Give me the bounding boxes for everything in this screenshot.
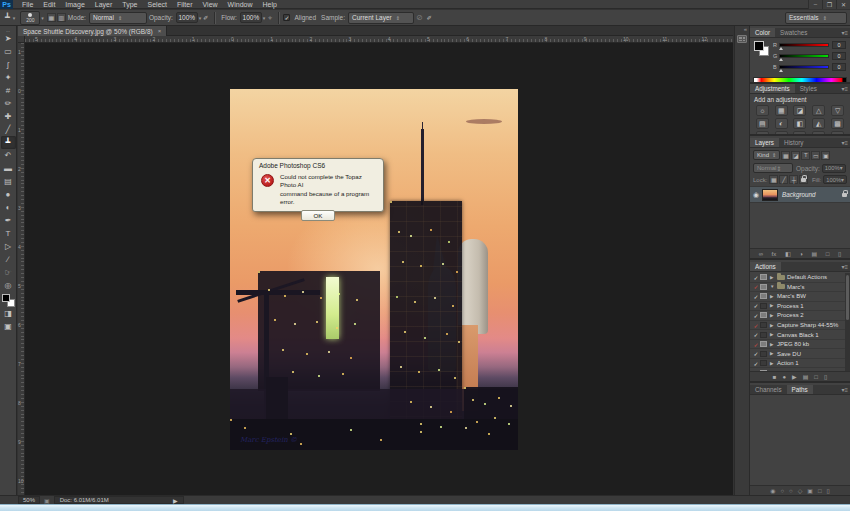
channel-mixer-icon[interactable]: ▩ [831,118,844,129]
action-include-check-icon[interactable]: ✓ [752,302,760,309]
action-dialog-toggle-icon[interactable] [760,360,767,366]
vertical-ruler[interactable]: 1012345678910 [18,43,25,495]
pressure-opacity-icon[interactable]: ✐ [203,14,208,21]
layer-thumbnail[interactable] [762,189,778,201]
action-name[interactable]: Canvas Black 1 [777,332,819,338]
aligned-checkbox[interactable]: ✓ [283,14,290,21]
toggle-clone-source-panel-icon[interactable]: ▥ [57,13,66,22]
ok-button[interactable]: OK [301,210,335,221]
layer-visibility-eye-icon[interactable]: ◉ [753,191,762,199]
mode-dropdown[interactable]: Normal ⇕ [89,12,147,24]
dodge-tool[interactable]: ◐ [1,201,16,214]
pen-tool[interactable]: ✒ [1,214,16,227]
new-action-icon[interactable]: □ [814,374,818,380]
color-spectrum-ramp[interactable] [753,77,847,84]
eyedropper-tool[interactable]: ✏ [1,97,16,110]
new-layer-icon[interactable]: □ [826,251,830,257]
delete-layer-icon[interactable]: ▯ [838,250,841,257]
blend-mode-dropdown[interactable]: Normal ⇕ [753,163,793,173]
action-include-check-icon[interactable]: ✓ [752,274,760,281]
menu-item-image[interactable]: Image [60,0,89,9]
foreground-background-swatches[interactable] [2,294,15,307]
zoom-level-field[interactable]: 50% [18,496,40,504]
add-path-mask-icon[interactable]: ▣ [807,487,813,494]
horizontal-ruler[interactable]: 543210123456789101112 [25,36,733,43]
selective-color-icon[interactable]: ▧ [812,131,825,136]
lock-transparency-icon[interactable]: ▦ [769,175,778,184]
panel-menu-icon[interactable]: ▾≡ [839,262,850,271]
action-row[interactable]: ✓▶JPEG 80 kb [750,340,850,350]
delete-path-icon[interactable]: ▯ [827,487,830,494]
layer-style-fx-icon[interactable]: fx [772,251,777,257]
threshold-icon[interactable]: ▣ [793,131,806,136]
blue-value[interactable]: 0 [832,63,846,71]
red-value[interactable]: 0 [832,41,846,49]
move-tool[interactable]: ➤ [1,32,16,45]
menu-item-window[interactable]: Window [223,0,258,9]
action-include-check-icon[interactable]: ✓ [752,331,760,338]
action-include-check-icon[interactable]: ✓ [752,312,760,319]
shape-tool[interactable]: ∕ [1,253,16,266]
sample-dropdown[interactable]: Current Layer ⇕ [348,12,414,24]
ignore-adjustment-layers-icon[interactable]: ⊘ [416,13,423,22]
tab-adjustments[interactable]: Adjustments [750,84,795,93]
action-include-check-icon[interactable]: ✓ [752,360,760,367]
lock-all-icon[interactable] [799,175,808,184]
healing-brush-tool[interactable]: ✚ [1,110,16,123]
quick-select-tool[interactable]: ✦ [1,71,16,84]
brush-preset-picker[interactable]: 200 [20,11,40,25]
flow-arrow-icon[interactable]: ▾ [263,15,266,21]
filter-adjustment-layers-icon[interactable]: ◪ [791,151,800,160]
blur-tool[interactable]: ● [1,188,16,201]
load-path-selection-icon[interactable]: ○ [789,488,793,494]
brush-picker-arrow-icon[interactable]: ▾ [41,15,44,21]
close-button[interactable]: ✕ [836,0,850,9]
green-value[interactable]: 0 [832,52,846,60]
filter-type-layers-icon[interactable]: T [801,151,810,160]
action-name[interactable]: Process 2 [777,312,804,318]
filter-smart-objects-icon[interactable]: ▣ [821,151,830,160]
new-path-icon[interactable]: □ [818,488,822,494]
action-include-check-icon[interactable]: ✓ [752,283,760,290]
action-row[interactable]: ✓▶Marc's BW [750,292,850,302]
expand-arrow-icon[interactable]: ▶ [770,294,777,299]
pressure-size-icon[interactable]: ✐ [427,14,432,21]
tab-layers[interactable]: Layers [750,138,779,147]
tab-paths[interactable]: Paths [787,385,813,394]
add-mask-icon[interactable]: ◧ [785,250,791,257]
crop-tool[interactable]: # [1,84,16,97]
workspace-switcher[interactable]: Essentials ⇕ [785,12,847,24]
new-group-icon[interactable]: ▤ [811,250,817,257]
brush-tool[interactable]: ╱ [1,123,16,136]
panel-menu-icon[interactable]: ▾≡ [839,84,850,93]
action-dialog-toggle-icon[interactable] [760,284,767,290]
layer-row-background[interactable]: ◉ Background [750,187,850,203]
document-tab[interactable]: Space Shuttle Discovery.jpg @ 50% (RGB/8… [18,26,167,36]
marquee-tool[interactable]: ▭ [1,45,16,58]
filter-pixel-layers-icon[interactable]: ▦ [781,151,790,160]
tab-channels[interactable]: Channels [750,385,787,394]
panel-menu-icon[interactable]: ▾≡ [839,28,850,37]
tab-actions[interactable]: Actions [750,262,781,271]
menu-item-layer[interactable]: Layer [90,0,118,9]
foreground-color-swatch[interactable] [754,41,764,51]
expand-arrow-icon[interactable]: ▶ [770,303,777,308]
action-row[interactable]: ✓▶Process 2 [750,311,850,321]
mini-bridge-icon[interactable] [737,35,747,43]
delete-action-icon[interactable]: ▯ [824,373,827,380]
stroke-path-icon[interactable]: ○ [780,488,784,494]
history-brush-tool[interactable]: ↶ [1,149,16,162]
panel-menu-icon[interactable]: ▾≡ [839,385,850,394]
action-dialog-toggle-icon[interactable] [760,312,767,318]
link-layers-icon[interactable]: ∞ [759,251,763,257]
filter-shape-layers-icon[interactable]: ▭ [811,151,820,160]
tool-preset-arrow-icon[interactable]: ▾ [13,15,16,21]
tab-color[interactable]: Color [750,28,775,37]
layer-name[interactable]: Background [782,191,842,198]
slider-thumb-icon[interactable] [779,58,783,61]
new-adjustment-layer-icon[interactable]: ◑ [799,251,803,257]
menu-item-select[interactable]: Select [143,0,172,9]
action-include-check-icon[interactable]: ✓ [752,350,760,357]
action-dialog-toggle-icon[interactable] [760,274,767,280]
flow-value[interactable]: 100% [240,12,262,23]
